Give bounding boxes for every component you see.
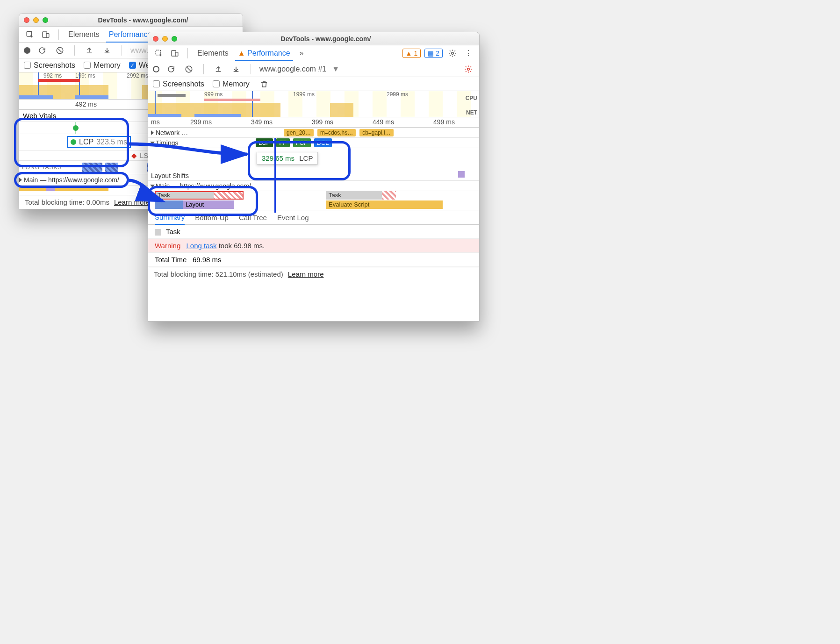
- layout-block[interactable]: Layout: [183, 200, 234, 209]
- clear-icon[interactable]: [54, 44, 66, 57]
- total-blocking-time: Total blocking time: 0.00ms: [25, 198, 109, 206]
- network-request[interactable]: cb=gapi.l…: [359, 129, 393, 136]
- close-icon[interactable]: [24, 17, 29, 23]
- separator: [187, 48, 188, 58]
- separator: [122, 45, 122, 56]
- svg-point-7: [452, 52, 454, 54]
- tab-bottom-up[interactable]: Bottom-Up: [195, 214, 229, 222]
- summary-warning: Warning Long task took 69.98 ms.: [148, 239, 479, 253]
- timing-tooltip: 329.65 ms LCP: [257, 152, 318, 165]
- timing-marker-dcl[interactable]: DCL: [314, 138, 332, 147]
- device-toggle-icon[interactable]: [40, 29, 52, 41]
- timing-marker-fcp[interactable]: FCP: [293, 138, 311, 147]
- upload-icon[interactable]: [83, 44, 95, 57]
- summary-title: Task: [148, 225, 479, 239]
- network-track[interactable]: Network … gen_20… m=cdos,hs… cb=gapi.l…: [148, 128, 479, 138]
- trash-icon[interactable]: [258, 78, 270, 90]
- summary-total-time: Total Time 69.98 ms: [148, 253, 479, 267]
- tabs-row: Elements ▲ Performance » ▲1 ▤2 ⋮: [148, 45, 479, 61]
- close-icon[interactable]: [153, 36, 158, 42]
- device-toggle-icon[interactable]: [169, 47, 181, 59]
- task-color-swatch: [155, 229, 161, 236]
- tab-event-log[interactable]: Event Log: [277, 214, 309, 222]
- separator: [203, 64, 204, 74]
- minimize-icon[interactable]: [162, 36, 168, 42]
- zoom-icon[interactable]: [172, 36, 177, 42]
- lcp-hover-badge: LCP 323.5 ms: [67, 136, 131, 148]
- record-button[interactable]: [153, 66, 159, 72]
- layout-shift-marker[interactable]: [458, 171, 465, 178]
- download-icon[interactable]: [230, 63, 242, 75]
- svg-point-9: [467, 68, 470, 70]
- download-icon[interactable]: [101, 44, 113, 57]
- tab-overflow[interactable]: »: [297, 45, 307, 61]
- tab-performance[interactable]: ▲ Performance: [235, 45, 293, 61]
- chevron-down-icon[interactable]: ▼: [332, 65, 339, 73]
- memory-checkbox[interactable]: Memory: [84, 61, 121, 70]
- tab-elements[interactable]: Elements: [194, 45, 231, 61]
- upload-icon[interactable]: [212, 63, 224, 75]
- issues-info-badge[interactable]: ▤2: [424, 49, 443, 58]
- annotation-arrow: [129, 179, 166, 208]
- performance-toolbar: www.google.com #1 ▼: [148, 61, 479, 77]
- separator: [348, 64, 348, 74]
- status-bar: Total blocking time: 521.10ms (estimated…: [148, 267, 479, 281]
- separator: [74, 45, 75, 56]
- network-request[interactable]: gen_20…: [284, 129, 314, 136]
- evaluate-script-block[interactable]: Evaluate Script: [326, 200, 443, 209]
- issues-warn-badge[interactable]: ▲1: [402, 49, 421, 58]
- learn-more-link[interactable]: Learn more: [288, 270, 324, 278]
- settings-gear-icon[interactable]: [446, 47, 459, 59]
- layout-shifts-track[interactable]: Layout Shifts: [148, 171, 479, 181]
- main-subtask-row[interactable]: Layout Evaluate Script: [148, 200, 479, 210]
- traffic-lights: [24, 17, 48, 23]
- timing-marker-fp[interactable]: FP: [276, 138, 290, 147]
- long-task-block[interactable]: [105, 163, 118, 172]
- tab-elements[interactable]: Elements: [65, 27, 102, 43]
- info-icon: ▤: [428, 50, 434, 57]
- memory-checkbox[interactable]: Memory: [213, 80, 250, 88]
- capture-settings-icon[interactable]: [462, 63, 474, 75]
- screenshots-checkbox[interactable]: Screenshots: [153, 80, 204, 88]
- annotation-arrow: [129, 140, 251, 165]
- options-row: Screenshots Memory: [148, 77, 479, 91]
- expand-icon[interactable]: [151, 130, 154, 135]
- long-tasks-label: LONG TASKS: [22, 164, 62, 171]
- timing-marker-lcp[interactable]: LCP: [256, 138, 273, 147]
- overview-strip[interactable]: 999 ms 1999 ms 2999 ms CPU NET: [148, 91, 479, 117]
- reload-icon[interactable]: [165, 63, 177, 75]
- recording-selector[interactable]: www.google.com #1: [259, 65, 326, 73]
- long-task-block[interactable]: [82, 163, 102, 172]
- zoom-icon[interactable]: [43, 17, 48, 23]
- warning-icon: ▲: [406, 50, 412, 57]
- kebab-menu-icon[interactable]: ⋮: [462, 47, 474, 59]
- reload-icon[interactable]: [36, 44, 48, 57]
- titlebar: DevTools - www.google.com/: [148, 32, 479, 45]
- long-task-overlay: [382, 191, 396, 200]
- devtools-window-new: DevTools - www.google.com/ Elements ▲ Pe…: [148, 32, 480, 322]
- window-title: DevTools - www.google.com/: [177, 35, 474, 43]
- tab-summary[interactable]: Summary: [155, 210, 185, 225]
- long-task-overlay: [214, 191, 244, 200]
- main-task-row[interactable]: Task Task: [148, 191, 479, 200]
- main-track[interactable]: Main — https://www.google.com/: [148, 181, 479, 191]
- details-tabs: Summary Bottom-Up Call Tree Event Log: [148, 210, 479, 225]
- long-task-link[interactable]: Long task: [186, 242, 216, 250]
- titlebar: DevTools - www.google.com/: [19, 14, 243, 27]
- inspect-icon[interactable]: [153, 47, 165, 59]
- traffic-lights: [153, 36, 177, 42]
- tab-performance[interactable]: Performance: [106, 27, 155, 43]
- screenshots-checkbox[interactable]: Screenshots: [24, 61, 75, 70]
- clear-icon[interactable]: [183, 63, 195, 75]
- minimize-icon[interactable]: [33, 17, 39, 23]
- window-title: DevTools - www.google.com/: [48, 16, 238, 24]
- record-button[interactable]: [24, 47, 30, 54]
- separator: [251, 64, 251, 74]
- network-request[interactable]: m=cdos,hs…: [317, 129, 356, 136]
- lcp-dot-icon: [71, 139, 76, 145]
- time-ruler[interactable]: ms 299 ms 349 ms 399 ms 449 ms 499 ms: [148, 117, 479, 128]
- warning-icon: ▲: [238, 49, 245, 57]
- tab-call-tree[interactable]: Call Tree: [239, 214, 267, 222]
- inspect-icon[interactable]: [24, 29, 36, 41]
- separator: [58, 29, 59, 40]
